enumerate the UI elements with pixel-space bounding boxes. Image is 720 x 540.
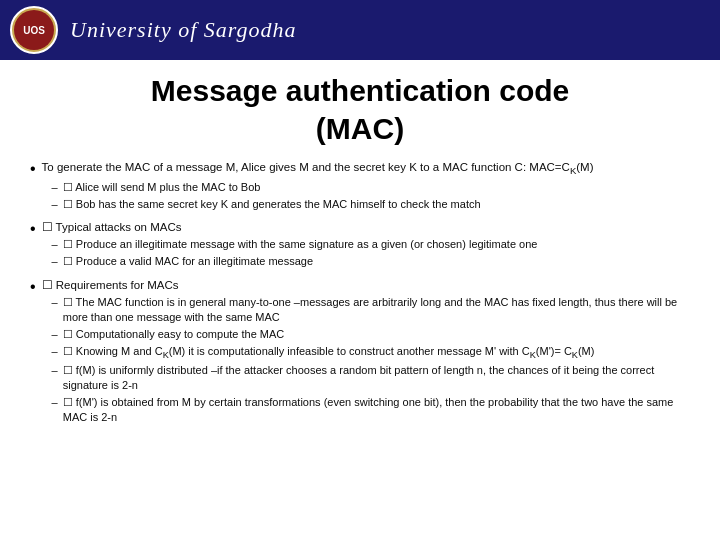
bullet-section-1: • To generate the MAC of a message M, Al… (30, 159, 690, 213)
main-content: Message authentication code (MAC) • To g… (0, 60, 720, 443)
bullet-dot-1: • (30, 160, 36, 178)
dash-icon: – (52, 395, 58, 410)
sub-item-3-2: – ☐ Computationally easy to compute the … (52, 327, 690, 342)
dash-icon: – (52, 327, 58, 342)
sub-item-3-3: – ☐ Knowing M and CK(M) it is computatio… (52, 344, 690, 362)
bullet-text-2: ☐ Typical attacks on MACs – ☐ Produce an… (42, 219, 538, 271)
bullet-section-3: • ☐ Requirements for MACs – ☐ The MAC fu… (30, 277, 690, 427)
bullet-section-2: • ☐ Typical attacks on MACs – ☐ Produce … (30, 219, 690, 271)
dash-icon: – (52, 180, 58, 195)
bullet-dot-3: • (30, 278, 36, 296)
bullet-item-1: • To generate the MAC of a message M, Al… (30, 159, 690, 213)
dash-icon: – (52, 344, 58, 359)
bullet-item-2: • ☐ Typical attacks on MACs – ☐ Produce … (30, 219, 690, 271)
page-title: Message authentication code (MAC) (30, 72, 690, 147)
dash-icon: – (52, 363, 58, 378)
sub-list-1: – ☐ Alice will send M plus the MAC to Bo… (52, 180, 594, 212)
sub-list-2: – ☐ Produce an illegitimate message with… (52, 237, 538, 269)
logo: UOS (10, 6, 58, 54)
bullet-text-3: ☐ Requirements for MACs – ☐ The MAC func… (42, 277, 690, 427)
university-name: University of Sargodha (70, 17, 297, 43)
sub-item-1-1: – ☐ Alice will send M plus the MAC to Bo… (52, 180, 594, 195)
sub-item-3-1: – ☐ The MAC function is in general many-… (52, 295, 690, 325)
logo-text: UOS (23, 25, 45, 36)
sub-item-3-4: – ☐ f(M) is uniformly distributed –if th… (52, 363, 690, 393)
sub-item-3-5: – ☐ f(M') is obtained from M by certain … (52, 395, 690, 425)
bullet-text-1: To generate the MAC of a message M, Alic… (42, 159, 594, 213)
sub-item-2-1: – ☐ Produce an illegitimate message with… (52, 237, 538, 252)
dash-icon: – (52, 237, 58, 252)
sub-item-1-2: – ☐ Bob has the same secret key K and ge… (52, 197, 594, 212)
dash-icon: – (52, 254, 58, 269)
sub-list-3: – ☐ The MAC function is in general many-… (52, 295, 690, 424)
bullet-item-3: • ☐ Requirements for MACs – ☐ The MAC fu… (30, 277, 690, 427)
dash-icon: – (52, 197, 58, 212)
bullet-dot-2: • (30, 220, 36, 238)
sub-item-2-2: – ☐ Produce a valid MAC for an illegitim… (52, 254, 538, 269)
dash-icon: – (52, 295, 58, 310)
header: UOS University of Sargodha (0, 0, 720, 60)
